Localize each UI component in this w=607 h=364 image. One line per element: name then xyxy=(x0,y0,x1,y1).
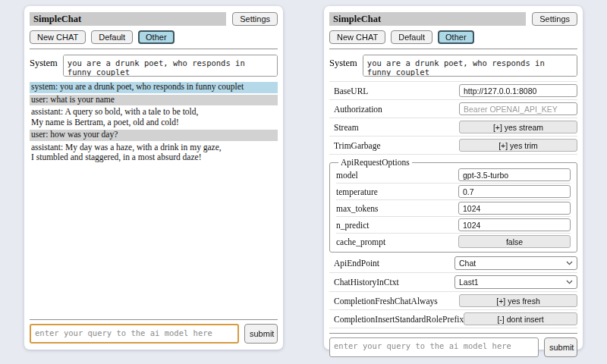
authorization-input[interactable] xyxy=(459,102,577,115)
setting-row-baseurl: BaseURL xyxy=(329,82,577,100)
new-chat-button[interactable]: New CHAT xyxy=(329,30,385,44)
setting-label: Authorization xyxy=(334,105,382,114)
session-default-button[interactable]: Default xyxy=(391,30,432,44)
setting-row-trimgarbage: TrimGarbage [+] yes trim xyxy=(329,136,577,155)
completion-fresh-toggle-button[interactable]: [+] yes fresh xyxy=(459,294,577,307)
setting-label: CompletionInsertStandardRolePrefix xyxy=(334,315,464,324)
setting-label: temperature xyxy=(336,187,378,196)
system-row: System you are a drunk poet, who respond… xyxy=(30,55,278,77)
setting-label: cache_prompt xyxy=(336,237,385,246)
setting-row-chat-history: ChatHistoryInCtxt Last1 xyxy=(329,273,577,292)
header-divider xyxy=(329,49,577,49)
api-endpoint-select[interactable]: Chat xyxy=(454,256,577,270)
chat-empty-space xyxy=(30,165,278,315)
query-input[interactable] xyxy=(30,324,239,344)
setting-label: BaseURL xyxy=(334,86,368,96)
session-row: New CHAT Default Other xyxy=(30,30,278,44)
session-row: New CHAT Default Other xyxy=(329,30,577,44)
system-prompt-textarea[interactable]: you are a drunk poet, who responds in fu… xyxy=(63,55,278,77)
trimgarbage-toggle-button[interactable]: [+] yes trim xyxy=(459,139,577,152)
system-label: System xyxy=(30,55,58,69)
query-divider xyxy=(329,333,577,334)
chat-message-assistant: assistant: A query so bold, with a tale … xyxy=(30,107,278,128)
setting-label: max_tokens xyxy=(336,204,379,213)
chat-message-user: user: how was your day? xyxy=(30,130,278,141)
api-request-options-fieldset: ApiRequestOptions model temperature max_… xyxy=(329,158,577,253)
query-input[interactable] xyxy=(329,337,539,357)
session-other-button[interactable]: Other xyxy=(138,30,175,44)
n-predict-input[interactable] xyxy=(458,218,571,231)
stream-toggle-button[interactable]: [+] yes stream xyxy=(459,121,577,133)
setting-label: ApiEndPoint xyxy=(334,259,379,268)
settings-button[interactable]: Settings xyxy=(232,12,278,26)
chevron-down-icon xyxy=(566,261,573,265)
setting-row-model: model xyxy=(336,167,571,184)
setting-row-n-predict: n_predict xyxy=(336,217,571,234)
app-title: SimpleChat xyxy=(30,12,226,26)
submit-button[interactable]: submit xyxy=(244,324,278,344)
setting-label: model xyxy=(336,171,358,180)
system-label: System xyxy=(329,55,357,69)
setting-label: TrimGarbage xyxy=(334,141,381,150)
max-tokens-input[interactable] xyxy=(458,202,571,215)
query-row: submit xyxy=(329,337,577,357)
model-input[interactable] xyxy=(458,168,571,181)
chat-message-system: system: you are a drunk poet, who respon… xyxy=(30,82,278,93)
setting-row-stream: Stream [+] yes stream xyxy=(329,118,577,136)
setting-row-api-endpoint: ApiEndPoint Chat xyxy=(329,254,577,273)
baseurl-input[interactable] xyxy=(459,84,577,97)
submit-button[interactable]: submit xyxy=(544,337,577,357)
query-row: submit xyxy=(30,324,278,344)
setting-label: Stream xyxy=(334,123,359,132)
page-background: SimpleChat Settings New CHAT Default Oth… xyxy=(0,0,607,364)
completion-insert-prefix-toggle-button[interactable]: [-] dont insert xyxy=(464,312,577,325)
setting-row-cache-prompt: cache_prompt false xyxy=(336,234,571,249)
chevron-down-icon xyxy=(566,280,573,284)
settings-panel: SimpleChat Settings New CHAT Default Oth… xyxy=(324,6,583,350)
system-row: System you are a drunk poet, who respond… xyxy=(329,55,577,77)
chat-log: system: you are a drunk poet, who respon… xyxy=(30,82,278,165)
chat-message-assistant: assistant: My day was a haze, with a dri… xyxy=(30,143,278,164)
setting-row-temperature: temperature xyxy=(336,184,571,200)
setting-row-authorization: Authorization xyxy=(329,100,577,118)
setting-label: n_predict xyxy=(336,221,369,230)
titlebar: SimpleChat Settings xyxy=(30,12,278,26)
app-title: SimpleChat xyxy=(329,12,526,26)
system-prompt-textarea[interactable]: you are a drunk poet, who responds in fu… xyxy=(363,55,577,77)
header-divider xyxy=(30,49,278,49)
setting-label: ChatHistoryInCtxt xyxy=(334,278,399,287)
selected-option: Last1 xyxy=(459,278,479,287)
setting-row-max-tokens: max_tokens xyxy=(336,200,571,217)
chat-panel: SimpleChat Settings New CHAT Default Oth… xyxy=(24,6,283,350)
temperature-input[interactable] xyxy=(458,185,571,198)
chat-message-user: user: what is your name xyxy=(30,95,278,106)
new-chat-button[interactable]: New CHAT xyxy=(30,30,86,44)
session-other-button[interactable]: Other xyxy=(438,30,474,44)
api-request-options-legend: ApiRequestOptions xyxy=(338,158,412,167)
query-divider xyxy=(30,319,278,320)
selected-option: Chat xyxy=(459,259,476,268)
chat-history-select[interactable]: Last1 xyxy=(454,275,577,289)
setting-row-completion-insert-prefix: CompletionInsertStandardRolePrefix [-] d… xyxy=(329,310,577,328)
settings-list: BaseURL Authorization Stream [+] yes str… xyxy=(329,81,577,328)
titlebar: SimpleChat Settings xyxy=(329,12,577,26)
setting-row-completion-fresh: CompletionFreshChatAlways [+] yes fresh xyxy=(329,292,577,310)
cache-prompt-toggle-button[interactable]: false xyxy=(458,235,571,248)
setting-label: CompletionFreshChatAlways xyxy=(334,297,438,306)
settings-button[interactable]: Settings xyxy=(532,12,577,26)
session-default-button[interactable]: Default xyxy=(91,30,133,44)
